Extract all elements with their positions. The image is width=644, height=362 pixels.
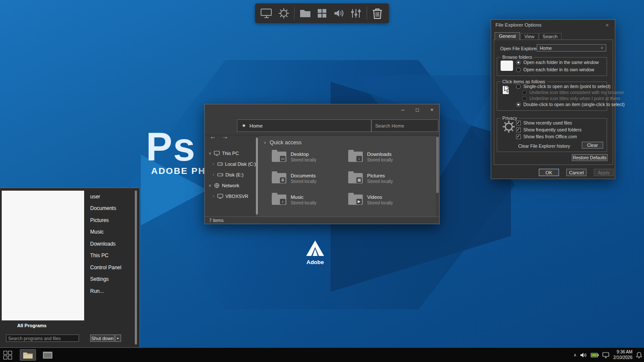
taskbar-app-file-explorer[interactable] bbox=[20, 349, 36, 361]
maximize-button[interactable]: □ bbox=[410, 104, 425, 116]
quick-access-item-pictures[interactable]: ▦ Pictures Stored locally bbox=[348, 170, 421, 188]
tray-expand-icon[interactable]: ∧ bbox=[574, 353, 577, 357]
start-menu-item-user[interactable]: user bbox=[84, 191, 135, 203]
explorer-titlebar[interactable]: – □ × bbox=[205, 104, 439, 116]
settings-gear-button[interactable] bbox=[277, 6, 290, 21]
battery-icon[interactable] bbox=[591, 353, 599, 358]
chevron-down-icon[interactable]: ∨ bbox=[208, 183, 212, 188]
radio-icon[interactable] bbox=[516, 60, 521, 65]
address-bar[interactable]: ★ Home bbox=[237, 119, 371, 132]
start-menu-programs-panel bbox=[2, 191, 84, 320]
close-button[interactable]: × bbox=[425, 104, 439, 116]
start-menu-item-downloads[interactable]: Downloads bbox=[84, 238, 135, 250]
sidebar-item-local-disk-c[interactable]: › Local Disk (C:) bbox=[205, 159, 256, 169]
chevron-right-icon[interactable]: › bbox=[212, 162, 215, 166]
notifications-bell-icon[interactable] bbox=[636, 352, 642, 359]
open-to-dropdown[interactable]: Home ∨ bbox=[537, 44, 606, 52]
quick-access-item-videos[interactable]: ▶ Videos Stored locally bbox=[348, 192, 421, 209]
volume-tray-icon[interactable] bbox=[580, 352, 587, 358]
radio-underline-consistent[interactable]: Underline icon titles consistent with my… bbox=[522, 90, 624, 95]
apply-button[interactable]: Apply bbox=[594, 169, 614, 176]
start-menu-item-run[interactable]: Run... bbox=[84, 285, 135, 297]
start-menu-item-control-panel[interactable]: Control Panel bbox=[84, 262, 135, 274]
tab-general[interactable]: General bbox=[495, 32, 520, 40]
checkbox-label: Show frequently used folders bbox=[523, 127, 581, 132]
checkbox-office-files[interactable]: Show files from Office.com bbox=[516, 134, 577, 139]
taskbar-app-options-window[interactable] bbox=[39, 349, 56, 361]
minimize-button[interactable]: – bbox=[395, 104, 410, 116]
shutdown-options-button[interactable]: ▸ bbox=[115, 335, 121, 342]
start-menu-item-settings[interactable]: Settings bbox=[84, 274, 135, 286]
radio-own-window[interactable]: Open each folder in its own window bbox=[516, 67, 594, 72]
start-search-input[interactable] bbox=[6, 335, 79, 342]
folder-icon bbox=[299, 8, 311, 18]
quick-access-item-documents[interactable]: ≣ Documents Stored locally bbox=[272, 170, 345, 188]
sidebar-scrollbar[interactable] bbox=[256, 137, 258, 217]
start-menu-item-documents[interactable]: Documents bbox=[84, 203, 135, 215]
scrollbar-thumb[interactable] bbox=[256, 138, 258, 214]
clear-button[interactable]: Clear bbox=[582, 142, 603, 149]
checkbox-frequent-folders[interactable]: Show frequently used folders bbox=[516, 127, 581, 132]
restore-defaults-button[interactable]: Restore Defaults bbox=[572, 154, 608, 161]
display-settings-button[interactable] bbox=[260, 6, 273, 21]
audio-mixer-dock-button[interactable] bbox=[349, 6, 362, 21]
sidebar-item-this-pc[interactable]: ∨ This PC bbox=[205, 149, 256, 158]
radio-icon[interactable] bbox=[522, 96, 527, 101]
explorer-toolbar: ← → ★ Home bbox=[205, 116, 439, 135]
content-scrollbar[interactable] bbox=[436, 136, 439, 217]
dock-separator bbox=[294, 7, 295, 20]
chevron-right-icon[interactable]: › bbox=[212, 194, 215, 198]
windows-dock-button[interactable] bbox=[316, 6, 328, 21]
dialog-title: File Explorer Options bbox=[495, 22, 604, 27]
click-items-group: Click items as follows Single-click to o… bbox=[497, 82, 607, 111]
cancel-button[interactable]: Cancel bbox=[566, 169, 586, 176]
radio-underline-point[interactable]: Underline icon titles only when I point … bbox=[522, 96, 620, 101]
quick-access-header[interactable]: ∨ Quick access bbox=[263, 140, 301, 146]
all-programs-button[interactable]: All Programs bbox=[17, 323, 46, 328]
quick-access-item-music[interactable]: ♪ Music Stored locally bbox=[272, 192, 345, 209]
start-menu-item-this-pc[interactable]: This PC bbox=[84, 250, 135, 262]
shutdown-button[interactable]: Shut down bbox=[90, 335, 115, 342]
radio-same-window[interactable]: Open each folder in the same window bbox=[516, 60, 599, 65]
dialog-close-icon[interactable]: × bbox=[604, 22, 611, 28]
volume-dock-button[interactable] bbox=[333, 6, 345, 21]
folder-icon: ▭ bbox=[272, 152, 286, 162]
checkbox-icon[interactable] bbox=[516, 134, 521, 139]
start-menu-item-music[interactable]: Music bbox=[84, 226, 135, 238]
dialog-titlebar[interactable]: File Explorer Options × bbox=[491, 20, 615, 30]
checkbox-icon[interactable] bbox=[516, 121, 521, 125]
radio-icon[interactable] bbox=[516, 102, 521, 107]
checkbox-recent-files[interactable]: Show recently used files bbox=[516, 120, 572, 125]
start-menu-item-pictures[interactable]: Pictures bbox=[84, 214, 135, 226]
radio-icon[interactable] bbox=[516, 84, 521, 89]
explorer-search-input[interactable] bbox=[371, 119, 438, 132]
radio-single-click[interactable]: Single-click to open an item (point to s… bbox=[516, 84, 611, 89]
start-button[interactable] bbox=[3, 351, 12, 359]
chevron-right-icon[interactable]: › bbox=[212, 173, 215, 177]
sidebar-item-network[interactable]: ∨ Network bbox=[205, 181, 256, 190]
desktop: Ps ADOBE PHO Adobe bbox=[0, 0, 644, 362]
sidebar-item-vboxsvr[interactable]: › VBOXSVR bbox=[205, 192, 256, 201]
item-subtitle: Stored locally bbox=[291, 179, 316, 184]
taskbar-clock[interactable]: 9:36 AM 2/10/2026 bbox=[613, 350, 632, 360]
network-icon[interactable] bbox=[602, 352, 609, 358]
recycle-bin-dock-button[interactable] bbox=[371, 6, 384, 21]
start-menu-scrollbar[interactable] bbox=[135, 191, 137, 344]
section-chevron-icon[interactable]: ∨ bbox=[263, 140, 267, 145]
radio-icon[interactable] bbox=[516, 67, 521, 72]
file-explorer-dock-button[interactable] bbox=[299, 6, 311, 21]
dropdown-arrow-icon: ∨ bbox=[601, 46, 603, 50]
sidebar-item-disk-e[interactable]: › Disk (E:) bbox=[205, 170, 256, 179]
radio-label: Underline icon titles only when I point … bbox=[529, 96, 620, 101]
checkbox-label: Show recently used files bbox=[523, 120, 572, 125]
scrollbar-thumb[interactable] bbox=[436, 137, 439, 193]
quick-access-item-desktop[interactable]: ▭ Desktop Stored locally bbox=[272, 149, 345, 166]
checkbox-icon[interactable] bbox=[516, 128, 521, 132]
radio-icon[interactable] bbox=[522, 90, 527, 95]
quick-access-item-downloads[interactable]: ↓ Downloads Stored locally bbox=[348, 149, 421, 166]
chevron-down-icon[interactable]: ∨ bbox=[208, 151, 212, 155]
ok-button[interactable]: OK bbox=[539, 169, 559, 176]
radio-double-click[interactable]: Double-click to open an item (single-cli… bbox=[516, 102, 625, 107]
group-title: Browse folders bbox=[501, 55, 534, 60]
mixer-icon bbox=[350, 8, 361, 19]
